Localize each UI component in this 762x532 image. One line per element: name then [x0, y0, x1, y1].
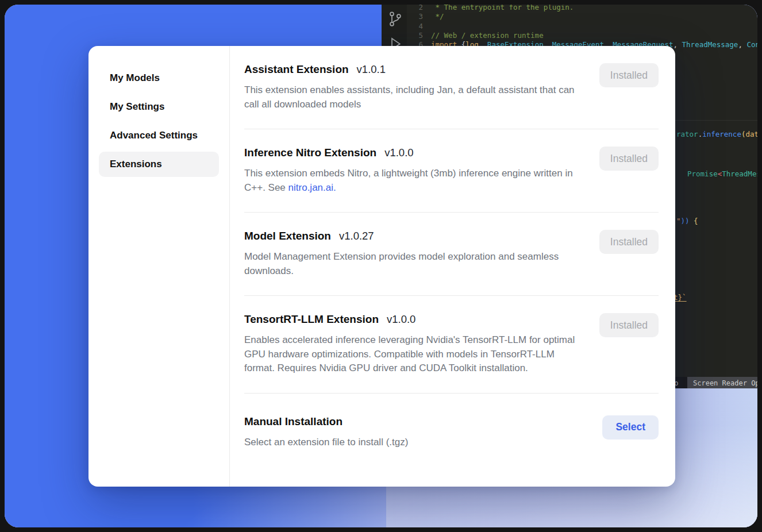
code-token: * The entrypoint for the plugin.	[431, 5, 574, 11]
line-number: 4	[406, 22, 423, 31]
extension-description: Select an extension file to install (.tg…	[244, 435, 408, 450]
sidebar-item-my-models[interactable]: My Models	[99, 65, 219, 91]
select-button[interactable]: Select	[602, 415, 659, 440]
code-fragment: t}`	[674, 293, 687, 302]
extension-info: Inference Nitro Extensionv1.0.0This exte…	[244, 147, 578, 195]
code-token: ,	[738, 40, 746, 49]
extension-version: v1.0.27	[339, 230, 374, 242]
extension-description: Model Management Extension provides mode…	[244, 250, 578, 278]
installed-button[interactable]: Installed	[599, 313, 659, 337]
extension-info: Model Extensionv1.0.27Model Management E…	[244, 230, 578, 278]
code-token: "	[676, 217, 681, 225]
settings-panel: My ModelsMy SettingsAdvanced SettingsExt…	[88, 46, 675, 487]
code-text: */	[431, 12, 444, 21]
code-token: // Web / extension runtime	[431, 31, 544, 40]
extension-version: v1.0.0	[387, 313, 415, 326]
code-fragment: Promise<ThreadMessage>	[687, 169, 757, 178]
code-token: ))	[681, 217, 690, 225]
code-token: t}`	[674, 293, 687, 302]
code-token: {	[690, 217, 698, 225]
app-window: 2 * The entrypoint for the plugin.3 */45…	[5, 5, 757, 527]
extension-row: TensortRT-LLM Extensionv1.0.0Enables acc…	[244, 296, 659, 394]
code-token: data	[745, 130, 757, 138]
line-number: 5	[406, 31, 423, 40]
code-text: * The entrypoint for the plugin.	[431, 5, 574, 11]
extension-description: This extension embeds Nitro, a lightweig…	[244, 167, 578, 195]
code-token: ThreadMessage	[682, 40, 738, 49]
extension-description: This extension enables assistants, inclu…	[244, 83, 578, 111]
extension-name: TensortRT-LLM Extension	[244, 313, 379, 326]
code-token: rator	[676, 130, 698, 138]
code-fragment: ")) {	[676, 217, 698, 225]
installed-button[interactable]: Installed	[599, 63, 659, 87]
code-line: 2 * The entrypoint for the plugin.	[382, 5, 757, 12]
extension-name: Assistant Extension	[244, 63, 349, 76]
code-token: Promise	[687, 169, 718, 178]
settings-sidebar: My ModelsMy SettingsAdvanced SettingsExt…	[88, 46, 230, 487]
sidebar-item-advanced-settings[interactable]: Advanced Settings	[99, 123, 219, 148]
extension-row: Model Extensionv1.0.27Model Management E…	[244, 213, 659, 296]
code-token: */	[431, 12, 444, 21]
sidebar-item-extensions[interactable]: Extensions	[99, 152, 219, 177]
code-token: ContentType	[746, 40, 757, 49]
extension-name: Manual Installation	[244, 415, 342, 428]
line-number: 3	[406, 12, 423, 21]
extension-row: Assistant Extensionv1.0.1This extension …	[244, 46, 659, 129]
code-lines: 2 * The entrypoint for the plugin.3 */45…	[382, 5, 757, 49]
extension-version: v1.0.0	[384, 147, 413, 159]
screen-reader-status-item[interactable]: Screen Reader Optimized	[687, 377, 757, 390]
code-token: inference	[702, 130, 741, 138]
sidebar-item-my-settings[interactable]: My Settings	[99, 94, 219, 119]
installed-button[interactable]: Installed	[599, 147, 659, 171]
code-line: 3 */	[382, 12, 757, 21]
line-number: 2	[406, 5, 423, 12]
installed-button[interactable]: Installed	[599, 230, 659, 254]
extension-info: Assistant Extensionv1.0.1This extension …	[244, 63, 578, 111]
extension-info: TensortRT-LLM Extensionv1.0.0Enables acc…	[244, 313, 578, 376]
nitro-jan-ai-link[interactable]: nitro.jan.ai.	[288, 182, 336, 193]
extension-row: Manual InstallationSelect an extension f…	[244, 394, 659, 467]
code-text: // Web / extension runtime	[431, 31, 544, 40]
extension-name: Inference Nitro Extension	[244, 147, 376, 159]
extension-name: Model Extension	[244, 230, 331, 242]
extensions-list: Assistant Extensionv1.0.1This extension …	[230, 46, 675, 487]
code-token: ThreadMessage	[722, 169, 757, 178]
extension-version: v1.0.1	[357, 63, 386, 76]
extension-description: Enables accelerated inference leveraging…	[244, 333, 578, 376]
screenshot-stage: 2 * The entrypoint for the plugin.3 */45…	[0, 0, 762, 532]
extension-row: Inference Nitro Extensionv1.0.0This exte…	[244, 129, 659, 213]
code-line: 5// Web / extension runtime	[382, 31, 757, 40]
code-line: 4	[382, 22, 757, 31]
extension-info: Manual InstallationSelect an extension f…	[244, 415, 408, 450]
code-fragment: rator.inference(data));	[676, 130, 757, 138]
